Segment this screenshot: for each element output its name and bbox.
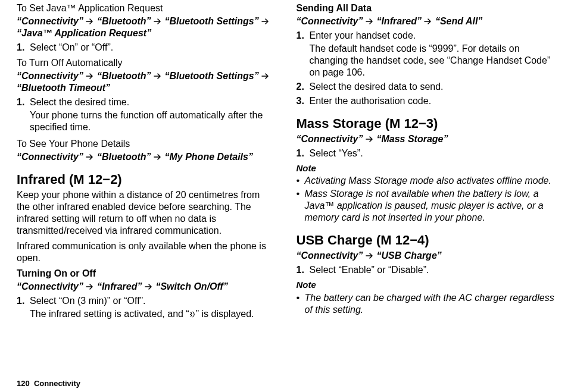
path-seg: “Infrared”: [97, 281, 142, 291]
step: 3. Enter the authorisation code.: [297, 95, 555, 107]
path-seg: “Infrared”: [376, 16, 422, 26]
step-number: 1.: [297, 264, 310, 276]
path-seg: “Connectivity”: [17, 16, 83, 26]
arrow-icon: [86, 284, 94, 290]
arrow-icon: [261, 73, 270, 79]
path-seg: “Java™ Application Request”: [17, 28, 151, 38]
heading-mass-storage: Mass Storage (M 12−3): [297, 115, 555, 132]
path-seg: “Send All”: [435, 16, 482, 26]
step: 1. Select “Enable” or “Disable”.: [297, 264, 555, 276]
path-java-request: “Connectivity” “Bluetooth” “Bluetooth Se…: [17, 15, 275, 39]
path-seg: “Bluetooth Settings”: [164, 71, 258, 81]
step-number: 1.: [17, 295, 30, 320]
step-text: Enter the authorisation code.: [310, 95, 555, 107]
arrow-icon: [154, 18, 162, 24]
path-seg: “Bluetooth Settings”: [164, 16, 258, 26]
step-text: Select “Enable” or “Disable”.: [310, 264, 555, 276]
heading-menu-code: (M 12−4): [376, 233, 429, 247]
step-text: Select the desired data to send.: [310, 81, 555, 93]
ir-note-post: ” is displayed.: [196, 309, 254, 319]
step-text: Select “Yes”.: [310, 148, 555, 159]
step: 1. Select “Yes”.: [297, 148, 555, 159]
step-subtext: The default handset code is “9999”. For …: [310, 43, 555, 79]
arrow-icon: [86, 154, 94, 160]
ir-note-pre: The infrared setting is activated, and “: [30, 309, 189, 319]
arrow-icon: [424, 18, 432, 24]
infrared-paragraph-1: Keep your phone within a distance of 20 …: [17, 189, 275, 237]
heading-usb-charge: USB Charge (M 12−4): [297, 232, 555, 249]
path-seg: “USB Charge”: [376, 250, 441, 261]
step-number: 1.: [17, 42, 30, 54]
path-seg: “Bluetooth”: [97, 16, 151, 26]
page-number: 120: [17, 379, 30, 388]
subhead-phone-details: To See Your Phone Details: [17, 138, 275, 150]
path-seg: “Mass Storage”: [376, 134, 448, 144]
arrow-icon: [366, 253, 374, 259]
arrow-icon: [154, 73, 162, 79]
step-subtext: Your phone turns the function off automa…: [30, 109, 275, 133]
bullet-dot: •: [297, 175, 305, 187]
path-seg: “Connectivity”: [17, 281, 83, 291]
step-number: 1.: [17, 96, 30, 133]
subhead-turn-off-auto: To Turn Off Automatically: [17, 57, 275, 69]
step-text: Enter your handset code.: [310, 30, 555, 42]
step: 2. Select the desired data to send.: [297, 81, 555, 93]
bullet-dot: •: [297, 292, 305, 316]
arrow-icon: [86, 18, 94, 24]
path-bluetooth-timeout: “Connectivity” “Bluetooth” “Bluetooth Se…: [17, 70, 275, 94]
step-number: 1.: [297, 30, 310, 79]
arrow-icon: [366, 136, 374, 142]
arrow-icon: [145, 284, 153, 290]
subhead-java-request: To Set Java™ Application Request: [17, 2, 275, 14]
heading-infrared: Infrared (M 12−2): [17, 171, 275, 188]
step-subtext: The infrared setting is activated, and “…: [30, 308, 275, 320]
path-seg: “Connectivity”: [297, 250, 363, 261]
path-seg: “Bluetooth”: [97, 71, 151, 81]
heading-text: USB Charge: [297, 233, 373, 247]
bullet-text: Mass Storage is not available when the b…: [305, 188, 555, 224]
note-label: Note: [297, 280, 555, 291]
section-name: Connectivity: [34, 379, 80, 388]
step: 1. Select “On (3 min)” or “Off”. The inf…: [17, 295, 275, 320]
path-seg: “Bluetooth Timeout”: [17, 83, 110, 93]
step: 1. Select the desired time. Your phone t…: [17, 96, 275, 133]
path-usb-charge: “Connectivity” “USB Charge”: [297, 250, 555, 262]
page-footer: 120 Connectivity: [17, 379, 80, 388]
arrow-icon: [154, 154, 162, 160]
note-bullet: • Mass Storage is not available when the…: [297, 188, 555, 224]
path-send-all: “Connectivity” “Infrared” “Send All”: [297, 15, 555, 27]
path-seg: “My Phone Details”: [164, 152, 252, 162]
heading-text: Infrared: [17, 172, 65, 187]
path-seg: “Switch On/Off”: [155, 281, 227, 291]
note-bullet: • Activating Mass Storage mode also acti…: [297, 175, 555, 187]
step-number: 2.: [297, 81, 310, 93]
step: 1. Select “On” or “Off”.: [17, 42, 275, 54]
heading-menu-code: (M 12−2): [69, 172, 122, 187]
step-number: 1.: [297, 148, 310, 159]
arrow-icon: [86, 73, 94, 79]
path-seg: “Connectivity”: [17, 71, 83, 81]
infrared-paragraph-2: Infrared communication is only available…: [17, 240, 275, 264]
arrow-icon: [366, 18, 374, 24]
bullet-text: The battery can be charged with the AC c…: [305, 292, 555, 316]
path-phone-details: “Connectivity” “Bluetooth” “My Phone Det…: [17, 151, 275, 163]
path-ir-switch: “Connectivity” “Infrared” “Switch On/Off…: [17, 281, 275, 293]
path-seg: “Connectivity”: [297, 16, 363, 26]
note-bullet: • The battery can be charged with the AC…: [297, 292, 555, 316]
note-label: Note: [297, 163, 555, 174]
subhead-ir-on-off: Turning On or Off: [17, 268, 275, 280]
path-seg: “Connectivity”: [17, 152, 83, 162]
heading-menu-code: (M 12−3): [385, 116, 438, 131]
bullet-dot: •: [297, 188, 305, 224]
step: 1. Enter your handset code. The default …: [297, 30, 555, 79]
path-seg: “Bluetooth”: [97, 152, 151, 162]
step-text: Select the desired time.: [30, 96, 275, 108]
step-text: Select “On (3 min)” or “Off”.: [30, 295, 275, 307]
path-seg: “Connectivity”: [297, 134, 363, 144]
path-mass-storage: “Connectivity” “Mass Storage”: [297, 133, 555, 145]
heading-text: Mass Storage: [297, 116, 382, 131]
step-number: 3.: [297, 95, 310, 107]
arrow-icon: [261, 18, 270, 24]
subhead-sending-all: Sending All Data: [297, 2, 555, 14]
step-text: Select “On” or “Off”.: [30, 42, 275, 54]
